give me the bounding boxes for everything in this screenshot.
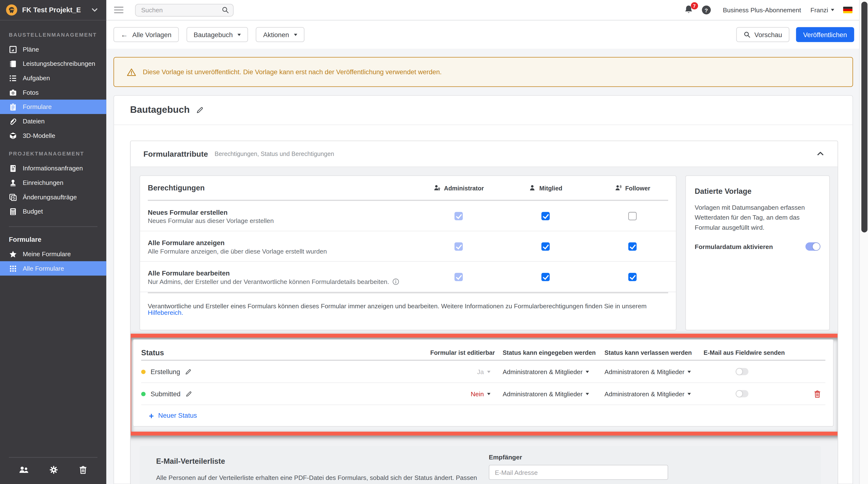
sidebar-item-fotos[interactable]: Fotos	[0, 85, 106, 100]
column-enter-status: Status kann eingegeben werden	[503, 349, 604, 356]
email-toggle[interactable]	[736, 368, 748, 375]
template-dropdown[interactable]: Bautagebuch	[186, 27, 248, 42]
sidebar-item-label: Einreichungen	[23, 179, 63, 186]
unpublished-warning-banner: Diese Vorlage ist unveröffentlicht. Die …	[114, 57, 853, 87]
stamp-icon	[9, 179, 17, 187]
sidebar-item-formulare[interactable]: Formulare	[0, 100, 106, 114]
leave-status-dropdown[interactable]: Administratoren & Mitglieder	[604, 368, 704, 375]
clipboard-icon	[9, 103, 17, 111]
checkbox-admin[interactable]	[455, 272, 463, 281]
people-icon[interactable]	[19, 465, 29, 477]
chevron-down-icon	[688, 370, 691, 373]
trash-icon[interactable]	[79, 465, 87, 477]
search	[135, 4, 234, 17]
form-attributes-section: Formularattribute Berechtigungen, Status…	[130, 140, 838, 484]
add-status-button[interactable]: + Neuer Status	[149, 411, 197, 420]
sidebar-item-label: Aufgaben	[23, 75, 50, 82]
sidebar-item-label: Alle Formulare	[23, 265, 64, 272]
permissions-footnote: Verantwortliche und Ersteller eines Form…	[148, 292, 668, 325]
template-card: Bautagebuch Formularattribute Berechtigu…	[114, 95, 853, 484]
form-attributes-header: Formularattribute Berechtigungen, Status…	[131, 141, 838, 167]
edit-status-pencil-icon[interactable]	[185, 368, 192, 375]
sidebar-item-meine-formulare[interactable]: Meine Formulare	[0, 247, 106, 261]
sidebar-item-informationsanfragen[interactable]: Informationsanfragen	[0, 161, 106, 175]
warning-icon	[127, 68, 136, 76]
enter-status-dropdown[interactable]: Administratoren & Mitglieder	[503, 368, 604, 375]
help-link[interactable]: Hilfebereich.	[148, 309, 183, 316]
hamburger-menu-icon[interactable]	[114, 5, 123, 15]
sidebar-item-label: Dateien	[23, 118, 44, 125]
checkbox-follower[interactable]	[628, 242, 637, 250]
search-input[interactable]	[135, 4, 234, 17]
preview-button[interactable]: Vorschau	[736, 27, 789, 42]
dated-template-card: Datierte Vorlage Vorlagen mit Datumsanga…	[685, 175, 830, 330]
edit-status-pencil-icon[interactable]	[185, 390, 192, 397]
form-date-toggle[interactable]	[806, 243, 820, 251]
template-title-row: Bautagebuch	[114, 96, 852, 125]
sidebar-item-budget[interactable]: Budget	[0, 204, 106, 219]
user-menu[interactable]: Franzi	[810, 7, 834, 13]
follower-user-icon	[615, 184, 622, 192]
change-orders-icon	[9, 193, 17, 201]
camera-icon	[9, 88, 17, 96]
checkbox-member[interactable]	[541, 242, 550, 250]
permission-row: Alle Formulare anzeigen Alle Formulare a…	[140, 231, 676, 262]
editable-dropdown[interactable]: Nein	[418, 390, 502, 397]
checkbox-follower[interactable]	[628, 272, 637, 281]
back-to-templates-button[interactable]: ← Alle Vorlagen	[114, 27, 179, 42]
column-leave-status: Status kann verlassen werden	[604, 349, 704, 356]
chevron-down-icon	[586, 370, 589, 373]
editable-dropdown[interactable]: Ja	[418, 368, 502, 375]
info-icon[interactable]	[393, 279, 399, 285]
dated-template-title: Datierte Vorlage	[695, 187, 820, 195]
member-user-icon	[529, 184, 536, 192]
sidebar-item-plaene[interactable]: Pläne	[0, 42, 106, 56]
chevron-down-icon	[831, 9, 834, 11]
notifications-button[interactable]: 7	[684, 4, 695, 15]
warning-text: Diese Vorlage ist unveröffentlicht. Die …	[143, 68, 442, 76]
sidebar-item-leistungsbeschreibungen[interactable]: Leistungsbeschreibungen	[0, 56, 106, 71]
checkbox-member[interactable]	[541, 272, 550, 281]
sidebar-nav: BAUSTELLENMANAGEMENT Pläne Leistungsbesc…	[0, 21, 106, 276]
gear-icon[interactable]	[49, 465, 58, 477]
star-icon	[9, 250, 17, 258]
checkbox-admin[interactable]	[455, 242, 463, 250]
status-card: Status Formular ist editierbar Status ka…	[133, 339, 834, 427]
sidebar-item-einreichungen[interactable]: Einreichungen	[0, 175, 106, 190]
sidebar-item-aenderungsauftraege[interactable]: Änderungsaufträge	[0, 190, 106, 204]
checkbox-member[interactable]	[541, 212, 550, 220]
sidebar-item-label: Formulare	[23, 103, 52, 110]
status-title: Status	[141, 348, 418, 356]
document-icon	[9, 164, 17, 172]
project-switcher[interactable]: FK Test Projekt_E	[0, 0, 106, 21]
sidebar-item-3d-modelle[interactable]: 3D-Modelle	[0, 128, 106, 143]
vertical-scrollbar	[859, 0, 868, 484]
checkbox-follower[interactable]	[628, 212, 637, 220]
column-editable: Formular ist editierbar	[418, 349, 502, 356]
checkbox-admin[interactable]	[455, 212, 463, 220]
sidebar-item-aufgaben[interactable]: Aufgaben	[0, 71, 106, 85]
enter-status-dropdown[interactable]: Administratoren & Mitglieder	[503, 390, 604, 397]
leave-status-dropdown[interactable]: Administratoren & Mitglieder	[604, 390, 704, 397]
chevron-down-icon	[294, 33, 297, 36]
delete-status-trash-icon[interactable]	[813, 390, 821, 397]
sidebar-item-dateien[interactable]: Dateien	[0, 114, 106, 128]
help-button[interactable]: ?	[702, 5, 711, 14]
sidebar-footer-divider	[9, 457, 97, 457]
status-color-dot	[141, 391, 145, 396]
sidebar-item-label: Änderungsaufträge	[23, 194, 77, 200]
permission-row: Neues Formular erstellen Neues Formular …	[140, 201, 676, 231]
chevron-up-icon[interactable]	[816, 150, 825, 158]
grid-icon	[9, 264, 17, 272]
email-toggle[interactable]	[736, 390, 748, 397]
scrollbar-thumb[interactable]	[861, 2, 867, 232]
publish-button[interactable]: Veröffentlichen	[796, 27, 854, 42]
project-name: FK Test Projekt_E	[22, 6, 91, 14]
calculator-icon	[9, 207, 17, 216]
edit-title-pencil-icon[interactable]	[196, 106, 204, 114]
email-address-input[interactable]	[489, 465, 668, 480]
actions-dropdown[interactable]: Aktionen	[256, 27, 305, 42]
language-flag-german[interactable]	[843, 7, 852, 13]
sidebar-item-alle-formulare[interactable]: Alle Formulare	[0, 261, 106, 276]
search-icon	[221, 6, 229, 13]
